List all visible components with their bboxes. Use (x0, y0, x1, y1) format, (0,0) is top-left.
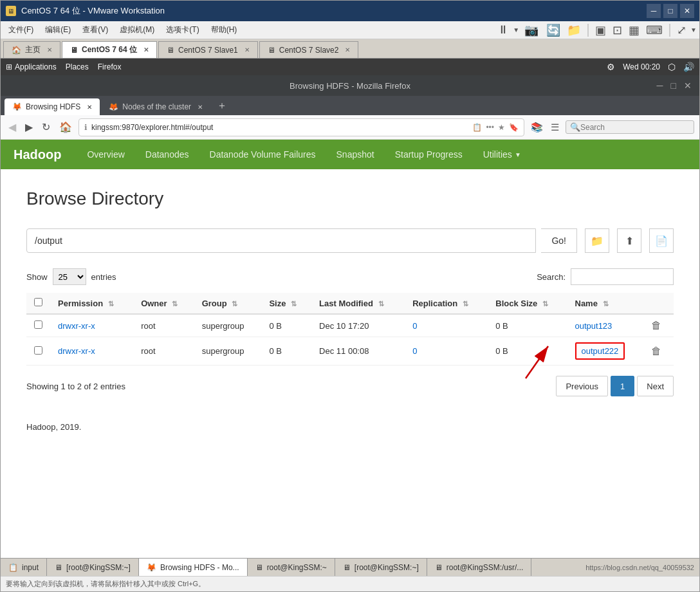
os-tab-slave2[interactable]: 🖥 CentOS 7 Slave2 ✕ (259, 41, 359, 58)
os-appbar-settings-icon[interactable]: ⚙ (607, 62, 615, 72)
os-places[interactable]: Places (66, 62, 89, 71)
row1-name-link[interactable]: output123 (575, 321, 612, 331)
os-tab-slave1[interactable]: 🖥 CentOS 7 Slave1 ✕ (158, 41, 258, 58)
row2-name-link[interactable]: output222 (582, 346, 619, 356)
browser-maximize-button[interactable]: □ (668, 80, 679, 91)
taskbar-item-root1[interactable]: 🖥 [root@KingSSM:~] (47, 559, 139, 576)
nav-snapshot[interactable]: Snapshot (326, 142, 385, 167)
os-firefox[interactable]: Firefox (98, 62, 122, 71)
path-input[interactable] (26, 228, 536, 253)
vm-toolbar-layout3-icon[interactable]: ▦ (626, 23, 642, 37)
browser-close-button[interactable]: ✕ (681, 80, 694, 91)
url-bar[interactable]: ℹ kingssm:9870/explorer.html#/output 📋 •… (78, 118, 524, 136)
row2-permission-link[interactable]: drwxr-xr-x (58, 346, 95, 356)
taskbar-item-root3[interactable]: 🖥 [root@KingSSM:~] (335, 559, 427, 576)
th-last-modified[interactable]: Last Modified ⇅ (311, 293, 405, 314)
os-tab-slave2-close[interactable]: ✕ (345, 46, 350, 53)
browser-tab-nodes[interactable]: 🦊 Nodes of the cluster ✕ (101, 98, 210, 115)
menu-edit[interactable]: 编辑(E) (40, 23, 76, 37)
upload-button[interactable]: ⬆ (617, 228, 641, 253)
os-tab-home-close[interactable]: ✕ (47, 46, 52, 53)
search-input[interactable] (580, 123, 690, 132)
th-group[interactable]: Group ⇅ (194, 293, 262, 314)
th-size[interactable]: Size ⇅ (261, 293, 311, 314)
taskbar-item-input[interactable]: 📋 input (1, 559, 47, 576)
row2-replication-link[interactable]: 0 (412, 346, 417, 356)
home-button[interactable]: 🏠 (57, 118, 75, 136)
url-bookmark-icon[interactable]: ★ (498, 123, 505, 132)
table-search-input[interactable] (571, 268, 674, 285)
os-tab-centos64-close[interactable]: ✕ (143, 46, 149, 53)
browser-tab-hdfs[interactable]: 🦊 Browsing HDFS ✕ (5, 98, 100, 115)
vm-titlebar-left: 🖥 CentOS 7 64 位 - VMware Workstation (6, 5, 165, 17)
menu-file[interactable]: 文件(F) (3, 23, 39, 37)
back-button[interactable]: ◀ (6, 118, 19, 136)
page-number-button[interactable]: 1 (611, 376, 634, 396)
nav-startup-progress[interactable]: Startup Progress (385, 142, 473, 167)
os-tab-centos64[interactable]: 🖥 CentOS 7 64 位 ✕ (62, 41, 157, 58)
os-appbar-sound-icon[interactable]: 🔊 (683, 62, 694, 72)
os-appbar-network-icon[interactable]: ⬡ (668, 62, 676, 72)
browser-menu-icon[interactable]: ☰ (548, 120, 562, 134)
os-applications[interactable]: ⊞ Applications (6, 62, 57, 71)
browser-minimize-button[interactable]: ─ (654, 80, 666, 91)
taskbar-item-root2[interactable]: 🖥 root@KingSSM:~ (248, 559, 335, 576)
previous-button[interactable]: Previous (556, 376, 608, 396)
os-tab-home[interactable]: 🏠 主页 ✕ (3, 41, 60, 58)
menu-view[interactable]: 查看(V) (77, 23, 113, 37)
new-tab-button[interactable]: ＋ (212, 97, 232, 115)
menu-vm[interactable]: 虚拟机(M) (115, 23, 160, 37)
vm-toolbar-snapshot-icon[interactable]: 📷 (520, 23, 542, 37)
vm-toolbar-pause-arrow[interactable]: ▼ (513, 26, 519, 33)
select-all-checkbox[interactable] (34, 298, 42, 306)
nav-utilities[interactable]: Utilities (473, 142, 531, 167)
vm-toolbar-layout-icon[interactable]: ▣ (593, 23, 609, 37)
nav-overview[interactable]: Overview (77, 142, 134, 167)
url-menu-icon[interactable]: ••• (486, 123, 494, 132)
browser-search-bar[interactable]: 🔍 (566, 120, 694, 134)
forward-button[interactable]: ▶ (23, 118, 35, 136)
row1-delete-button[interactable]: 🗑 (651, 320, 661, 331)
nav-datanodes[interactable]: Datanodes (135, 142, 199, 167)
vm-toolbar-fullscreen-arrow[interactable]: ▼ (690, 26, 697, 33)
taskbar-item-root4-icon: 🖥 (435, 563, 443, 572)
vm-toolbar-revert-icon[interactable]: 🔄 (544, 23, 563, 37)
menu-tabs[interactable]: 选项卡(T) (161, 23, 204, 37)
row1-replication-link[interactable]: 0 (412, 321, 417, 331)
browser-window: Browsing HDFS - Mozilla Firefox ─ □ ✕ 🦊 … (1, 75, 699, 558)
taskbar-item-firefox[interactable]: 🦊 Browsing HDFS - Mo... (139, 559, 248, 576)
url-bookmark2-icon[interactable]: 🔖 (509, 123, 519, 132)
folder-action-button[interactable]: 📁 (585, 228, 609, 253)
vm-toolbar-layout2-icon[interactable]: ⊡ (610, 23, 625, 37)
show-entries-select[interactable]: 25 50 100 (53, 268, 86, 285)
library-icon[interactable]: 📚 (528, 120, 546, 134)
th-name[interactable]: Name ⇅ (567, 293, 644, 314)
browser-tab-nodes-close[interactable]: ✕ (198, 104, 203, 111)
os-tab-slave1-close[interactable]: ✕ (244, 46, 250, 53)
go-button[interactable]: Go! (541, 228, 577, 253)
vm-toolbar-fullscreen-icon[interactable]: ⤢ (674, 23, 689, 37)
menu-help[interactable]: 帮助(H) (206, 23, 243, 37)
th-owner[interactable]: Owner ⇅ (133, 293, 194, 314)
vm-close-button[interactable]: ✕ (680, 4, 694, 18)
pagination: Previous 1 Next (556, 376, 674, 396)
vm-minimize-button[interactable]: ─ (647, 4, 661, 18)
vm-toolbar-send-file-icon[interactable]: 📁 (564, 23, 584, 37)
vm-toolbar-pause-icon[interactable]: ⏸ (495, 23, 511, 37)
taskbar-item-root4[interactable]: 🖥 root@KingSSM:/usr/... (427, 559, 532, 576)
mkdir-button[interactable]: 📄 (649, 228, 674, 253)
url-reader-icon[interactable]: 📋 (472, 123, 482, 132)
th-permission[interactable]: Permission ⇅ (50, 293, 133, 314)
th-block-size[interactable]: Block Size ⇅ (488, 293, 567, 314)
next-button[interactable]: Next (637, 376, 674, 396)
vm-toolbar-cmd-icon[interactable]: ⌨ (643, 23, 665, 37)
vm-maximize-button[interactable]: □ (663, 4, 677, 18)
browser-tab-hdfs-close[interactable]: ✕ (87, 104, 92, 111)
row1-permission-link[interactable]: drwxr-xr-x (58, 321, 95, 331)
th-replication[interactable]: Replication ⇅ (405, 293, 488, 314)
refresh-button[interactable]: ↻ (39, 118, 53, 136)
row2-checkbox[interactable] (34, 346, 42, 355)
row1-checkbox[interactable] (34, 320, 42, 329)
row2-delete-button[interactable]: 🗑 (651, 346, 661, 357)
nav-datanode-volume-failures[interactable]: Datanode Volume Failures (199, 142, 326, 167)
